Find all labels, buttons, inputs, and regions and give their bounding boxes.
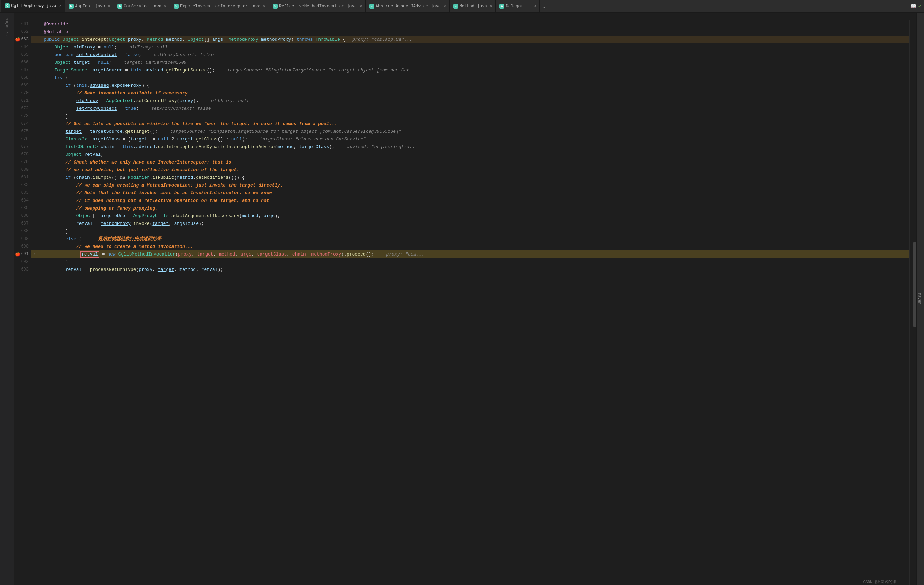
line-num-664: 664 [14,43,31,51]
tab-icon-delegat: C [499,4,504,9]
tab-label-reflective: ReflectiveMethodInvocation.java [279,4,357,9]
params-663: ( [106,37,109,42]
line-num-674: 674 [14,120,31,127]
type-object: Object [63,37,82,42]
tab-CarService[interactable]: C CarService.java × [114,0,170,12]
debug-arrow-691: → [33,252,35,256]
line-num-673: 673 [14,112,31,120]
code-line-688: } [31,227,909,235]
code-line-686: Object[] argsToUse = AopProxyUtils.adapt… [31,212,909,220]
tab-ReflectiveMethod[interactable]: C ReflectiveMethodInvocation.java × [269,0,366,12]
code-line-675: target = targetSource.getTarget(); targe… [31,127,909,135]
tab-bar: C CglibAopProxy.java × C AopTest.java × … [0,0,924,13]
code-line-667: TargetSource targetSource = this.advised… [31,66,909,74]
debug-676: targetClass: "class com.aop.CarService" [254,137,366,142]
code-line-673: } [31,112,909,120]
code-line-683: // Note that the final invoker must be a… [31,189,909,197]
right-tools-panel: Maven Database [916,13,924,585]
tab-Delegat[interactable]: C Delegat... × [496,0,540,12]
tab-icon-carservice: C [117,4,122,9]
tab-label-abstract: AbstractAspectJAdvice.java [376,4,441,9]
tab-icon-abstract: C [369,4,374,9]
checkmark-icon[interactable]: ✓ [918,3,921,9]
code-line-670: // Make invocation available if necessar… [31,89,909,97]
code-line-691: → retVal = new CglibMethodInvocation(pro… [31,250,909,258]
tab-label-carservice: CarService.java [124,4,161,9]
line-num-680: 680 [14,166,31,174]
tab-label-expose: ExposeInvocationInterceptor.java [180,4,260,9]
line-num-685: 685 [14,204,31,212]
code-line-682: // We can skip creating a MethodInvocati… [31,181,909,189]
line-num-669: 669 [14,82,31,89]
line-num-678: 678 [14,150,31,158]
code-line-678: Object retVal; [31,150,909,158]
line-num-672: 672 [14,104,31,112]
code-line-693: retVal = processReturnType(proxy, target… [31,266,909,273]
code-line-666: Object target = null; target: CarService… [31,59,909,66]
line-num-667: 667 [14,66,31,74]
code-line-687: retVal = methodProxy.invoke(target, args… [31,220,909,227]
tab-label-aoptest: AopTest.java [75,4,105,9]
chinese-comment-689: 最后拦截器链执行完成返回结果 [98,236,161,242]
line-num-677: 677 [14,143,31,150]
line-num-688: 688 [14,227,31,235]
line-num-675: 675 [14,127,31,135]
close-icon-delegat[interactable]: × [534,4,536,8]
code-line-665: boolean setProxyContext = false; setProx… [31,51,909,59]
close-icon-reflective[interactable]: × [360,4,362,8]
line-num-666: 666 [14,59,31,66]
code-line-684: // it does nothing but a reflective oper… [31,197,909,204]
close-icon-expose[interactable]: × [263,4,266,8]
code-line-671: oldProxy = AopContext.setCurrentProxy(pr… [31,97,909,104]
tab-Method[interactable]: C Method.java × [450,0,496,12]
close-icon-method[interactable]: × [490,4,492,8]
code-line-672: setProxyContext = true; setProxyContext:… [31,104,909,112]
tab-label-method: Method.java [460,4,487,9]
bottom-label: CSDN @不知名的洋 [863,579,896,584]
line-num-662: 662 [14,28,31,36]
debug-671: oldProxy: null [206,98,249,104]
line-num-684: 684 [14,197,31,204]
tab-CglibAopProxy[interactable]: C CglibAopProxy.java × [2,0,65,12]
main-layout: Project/s 661 662 🍎663 664 665 666 667 6… [0,13,924,585]
tab-ExposeInvocation[interactable]: C ExposeInvocationInterceptor.java × [170,0,269,12]
tab-AopTest[interactable]: C AopTest.java × [65,0,114,12]
debug-667: targetSource: "SingletonTargetSource for… [222,68,418,73]
editor-area[interactable]: 661 662 🍎663 664 665 666 667 668 669 670… [14,20,916,585]
maven-label[interactable]: Maven [917,293,922,304]
line-num-683: 683 [14,189,31,197]
debug-664: oldProxy: null [124,45,168,50]
scrollbar-area[interactable] [909,20,916,585]
tab-overflow-button[interactable]: ⌄ [540,3,548,10]
debug-663: proxy: "com.aop.Car... [352,37,412,42]
debug-675: targetSource: "SingletonTargetSource for… [165,129,401,134]
line-num-691: 🍎691 [14,250,31,258]
code-line-676: Class<?> targetClass = (target != null ?… [31,135,909,143]
code-line-661: @Override [31,20,909,28]
scroll-thumb[interactable] [913,241,916,327]
line-num-670: 670 [14,89,31,97]
close-icon-abstract[interactable]: × [444,4,446,8]
line-num-693: 693 [14,266,31,273]
close-icon-aoptest[interactable]: × [108,4,111,8]
code-line-689: else { 最后拦截器链执行完成返回结果 [31,235,909,243]
breakpoint-marker-691: 🍎 [15,251,20,257]
code-line-677: List<Object> chain = this.advised.getInt… [31,143,909,150]
line-num-668: 668 [14,74,31,82]
line-num-671: 671 [14,97,31,104]
code-line-674: // Get as late as possible to minimize t… [31,120,909,127]
highlight-retval-691: retVal [80,251,99,258]
debug-677: advised: "org.springfra... [342,144,417,150]
book-icon[interactable]: 📖 [911,3,916,9]
tab-AbstractAspect[interactable]: C AbstractAspectJAdvice.java × [366,0,450,12]
editor-wrapper: 661 662 🍎663 664 665 666 667 668 669 670… [14,13,916,585]
type-object2: Object [109,37,125,42]
close-icon-carservice[interactable]: × [164,4,167,8]
tab-icon-expose: C [174,4,179,9]
line-num-681: 681 [14,174,31,181]
debug-666: target: CarService@2509 [119,60,186,65]
close-icon-cglib[interactable]: × [59,4,62,8]
code-area[interactable]: @Override @Nullable public Object interc… [31,20,909,585]
tab-label-delegat: Delegat... [505,4,531,9]
method-intercept: intercept [81,37,106,42]
